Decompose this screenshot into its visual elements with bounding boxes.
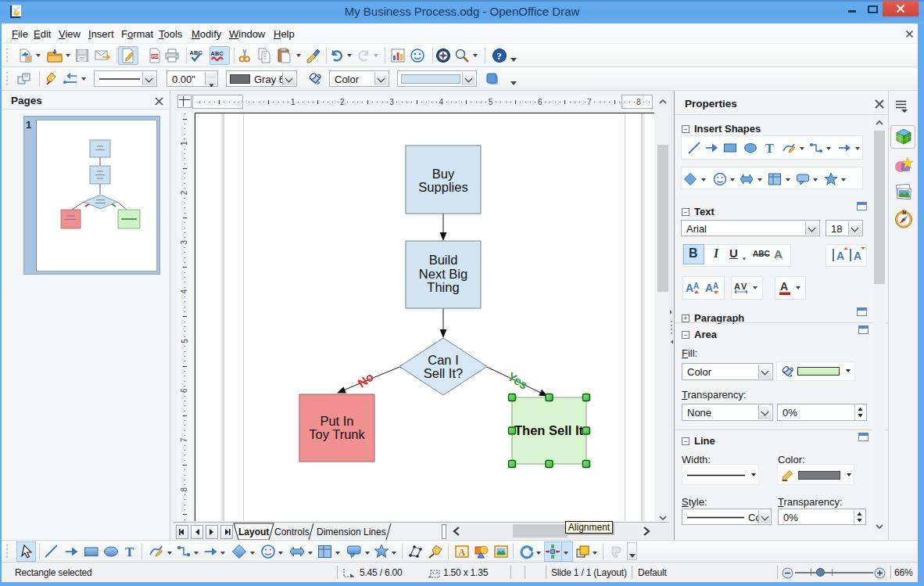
- svg-text:6: 6: [181, 388, 189, 393]
- svg-text:1: 1: [291, 98, 295, 106]
- svg-text:4: 4: [439, 98, 444, 106]
- svg-text:8: 8: [636, 98, 641, 106]
- svg-text:Put In: Put In: [320, 414, 353, 428]
- svg-text:Next Big: Next Big: [419, 267, 467, 281]
- svg-text:A: A: [686, 282, 693, 294]
- svg-text:7: 7: [587, 98, 592, 106]
- svg-text:8: 8: [181, 487, 189, 491]
- svg-text:Yes: Yes: [505, 369, 530, 392]
- svg-text:A: A: [780, 280, 788, 293]
- svg-text:5: 5: [489, 98, 493, 106]
- svg-text:6: 6: [538, 98, 543, 106]
- svg-text:A: A: [713, 282, 718, 290]
- svg-text:A: A: [734, 282, 740, 291]
- svg-text:Buy: Buy: [432, 167, 455, 181]
- svg-text:A: A: [693, 282, 699, 290]
- svg-text:5: 5: [181, 339, 189, 343]
- svg-text:4: 4: [181, 289, 189, 294]
- svg-text:1: 1: [181, 141, 189, 146]
- svg-text:Toy Trunk: Toy Trunk: [309, 427, 365, 441]
- svg-text:7: 7: [181, 437, 189, 442]
- svg-text:PDF: PDF: [152, 54, 159, 59]
- svg-text:2: 2: [340, 98, 345, 106]
- svg-text:3: 3: [181, 239, 189, 244]
- svg-text:ABC: ABC: [210, 50, 224, 57]
- svg-text:A: A: [705, 282, 713, 294]
- svg-text:A: A: [854, 250, 861, 262]
- svg-text:Supplies: Supplies: [418, 180, 467, 194]
- svg-text:T: T: [125, 545, 134, 559]
- svg-text:Build: Build: [429, 253, 458, 267]
- svg-text:Layout: Layout: [238, 527, 269, 537]
- svg-text:2: 2: [181, 190, 189, 195]
- svg-text:A: A: [459, 547, 466, 558]
- svg-text:Thing: Thing: [427, 280, 459, 294]
- svg-text:N: N: [902, 210, 906, 215]
- svg-text:ABC: ABC: [189, 49, 202, 56]
- svg-text:3: 3: [389, 98, 394, 106]
- svg-text:Dimension Lines: Dimension Lines: [317, 527, 386, 537]
- svg-text:No: No: [355, 370, 376, 390]
- svg-text:Sell It?: Sell It?: [424, 366, 463, 380]
- svg-text:?: ?: [496, 50, 502, 62]
- svg-text:Controls: Controls: [274, 527, 310, 537]
- svg-text:A: A: [836, 250, 844, 262]
- svg-text:T: T: [765, 142, 774, 155]
- svg-text:Then Sell It: Then Sell It: [514, 423, 584, 437]
- svg-text:Can I: Can I: [428, 353, 458, 367]
- svg-text:V: V: [741, 282, 747, 291]
